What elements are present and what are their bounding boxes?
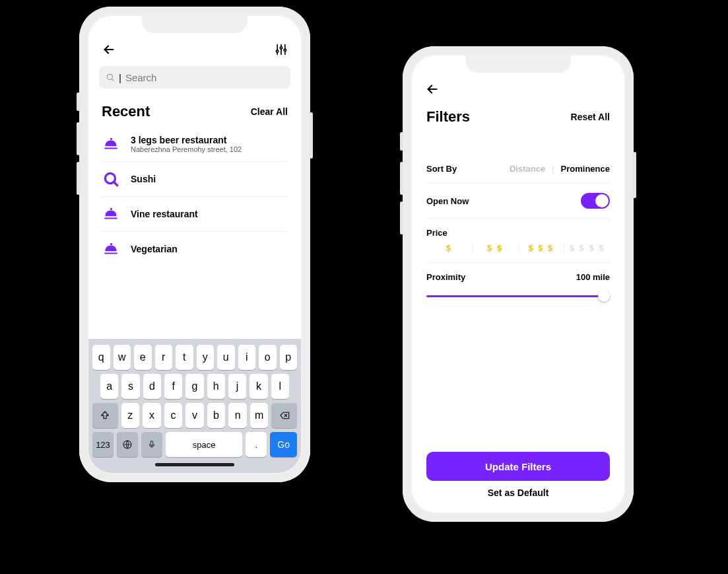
notch bbox=[142, 16, 248, 33]
side-button bbox=[400, 162, 403, 195]
search-input[interactable]: | Search bbox=[99, 66, 290, 89]
open-now-toggle[interactable] bbox=[581, 193, 610, 209]
sort-option-distance[interactable]: Distance bbox=[510, 164, 545, 174]
key[interactable]: k bbox=[249, 374, 267, 399]
phone-search: | Search Recent Clear All 3 legs beer re… bbox=[79, 7, 310, 482]
sort-label: Sort By bbox=[426, 164, 457, 174]
cloche-icon bbox=[102, 240, 120, 258]
keyboard: q w e r t y u i o p a s d f g h j k l bbox=[88, 339, 301, 473]
key[interactable]: t bbox=[176, 345, 193, 370]
item-title: 3 legs beer restaurant bbox=[131, 135, 242, 145]
key[interactable]: o bbox=[259, 345, 277, 370]
go-key[interactable]: Go bbox=[270, 432, 297, 457]
key[interactable]: b bbox=[207, 403, 226, 428]
price-level-1[interactable]: $ bbox=[426, 243, 473, 253]
list-item[interactable]: Vine restaurant bbox=[102, 197, 288, 232]
key[interactable]: e bbox=[134, 345, 152, 370]
key[interactable]: d bbox=[143, 374, 161, 399]
proximity-slider[interactable] bbox=[426, 290, 610, 302]
side-button bbox=[310, 112, 313, 159]
key[interactable]: s bbox=[121, 374, 139, 399]
side-button bbox=[77, 92, 80, 111]
svg-point-1 bbox=[280, 47, 282, 49]
reset-all-button[interactable]: Reset All bbox=[571, 112, 610, 122]
globe-key[interactable] bbox=[117, 432, 138, 457]
item-title: Sushi bbox=[131, 174, 156, 184]
notch bbox=[465, 55, 571, 73]
set-default-button[interactable]: Set as Default bbox=[426, 487, 610, 498]
shift-key[interactable] bbox=[92, 403, 118, 428]
side-button bbox=[400, 201, 403, 234]
sliders-icon[interactable] bbox=[275, 43, 288, 56]
item-sub: Naberezhna Peremohy street, 102 bbox=[131, 145, 242, 153]
search-icon bbox=[102, 170, 120, 188]
space-key[interactable]: space bbox=[166, 432, 242, 457]
price-label: Price bbox=[426, 228, 610, 238]
key[interactable]: n bbox=[228, 403, 247, 428]
search-icon bbox=[106, 73, 115, 82]
cloche-icon bbox=[102, 135, 120, 153]
dot-key[interactable]: . bbox=[246, 432, 267, 457]
cloche-icon bbox=[102, 205, 120, 223]
key[interactable]: w bbox=[114, 345, 131, 370]
list-item[interactable]: Vegetarian bbox=[102, 232, 288, 266]
recent-list: 3 legs beer restaurant Naberezhna Peremo… bbox=[88, 127, 301, 266]
search-placeholder: Search bbox=[125, 72, 157, 83]
text-caret: | bbox=[119, 72, 121, 83]
key[interactable]: q bbox=[92, 345, 110, 370]
key[interactable]: g bbox=[185, 374, 203, 399]
key[interactable]: y bbox=[197, 345, 215, 370]
mic-key[interactable] bbox=[141, 432, 162, 457]
side-button bbox=[77, 162, 80, 195]
key[interactable]: z bbox=[121, 403, 140, 428]
separator: | bbox=[552, 164, 554, 174]
price-level-4[interactable]: $ $ $ $ bbox=[564, 243, 610, 253]
sort-option-prominence[interactable]: Prominence bbox=[561, 164, 610, 174]
filters-title: Filters bbox=[426, 108, 470, 126]
slider-knob[interactable] bbox=[598, 290, 610, 302]
list-item[interactable]: 3 legs beer restaurant Naberezhna Peremo… bbox=[102, 127, 288, 162]
key[interactable]: h bbox=[207, 374, 225, 399]
key[interactable]: c bbox=[164, 403, 183, 428]
proximity-value: 100 mile bbox=[576, 272, 610, 282]
key[interactable]: l bbox=[271, 374, 289, 399]
price-level-2[interactable]: $ $ bbox=[473, 243, 519, 253]
svg-rect-6 bbox=[150, 441, 153, 445]
slider-track bbox=[426, 295, 610, 297]
item-title: Vegetarian bbox=[131, 244, 178, 254]
proximity-label: Proximity bbox=[426, 272, 465, 282]
item-title: Vine restaurant bbox=[131, 209, 198, 219]
key[interactable]: i bbox=[238, 345, 256, 370]
key[interactable]: a bbox=[100, 374, 118, 399]
key[interactable]: j bbox=[228, 374, 246, 399]
home-indicator[interactable] bbox=[155, 463, 234, 466]
phone-filters: Filters Reset All Sort By Distance | Pro… bbox=[403, 46, 634, 522]
price-level-3[interactable]: $ $ $ bbox=[519, 243, 565, 253]
list-item[interactable]: Sushi bbox=[102, 162, 288, 197]
update-filters-button[interactable]: Update Filters bbox=[426, 452, 610, 481]
clear-all-button[interactable]: Clear All bbox=[251, 106, 288, 117]
svg-point-3 bbox=[107, 74, 112, 79]
backspace-key[interactable] bbox=[271, 403, 297, 428]
side-button bbox=[400, 132, 403, 151]
key[interactable]: u bbox=[217, 345, 235, 370]
key[interactable]: v bbox=[185, 403, 204, 428]
open-now-label: Open Now bbox=[426, 196, 469, 206]
back-arrow-icon[interactable] bbox=[425, 82, 440, 96]
back-arrow-icon[interactable] bbox=[102, 42, 116, 57]
svg-point-0 bbox=[277, 50, 279, 52]
key[interactable]: r bbox=[155, 345, 173, 370]
side-button bbox=[77, 122, 80, 155]
key[interactable]: p bbox=[280, 345, 298, 370]
svg-point-2 bbox=[284, 49, 286, 51]
key[interactable]: x bbox=[143, 403, 161, 428]
key[interactable]: m bbox=[250, 403, 269, 428]
numbers-key[interactable]: 123 bbox=[92, 432, 114, 457]
side-button bbox=[633, 152, 636, 198]
key[interactable]: f bbox=[164, 374, 182, 399]
recent-title: Recent bbox=[102, 103, 150, 120]
